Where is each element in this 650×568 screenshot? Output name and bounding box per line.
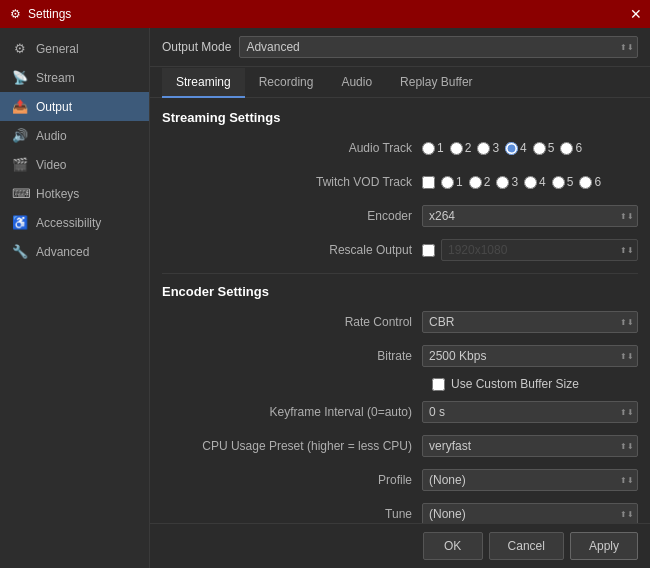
encoder-select[interactable]: x264 NVENC H.264 x265 [422,205,638,227]
audio-track-label: Audio Track [162,141,422,155]
twitch-vod-6-item: 6 [579,175,601,189]
twitch-vod-3-radio[interactable] [496,176,509,189]
sidebar-label-hotkeys: Hotkeys [36,187,79,201]
audio-track-1-item: 1 [422,141,444,155]
settings-icon: ⚙ [8,7,22,21]
tab-replaybuffer[interactable]: Replay Buffer [386,68,487,98]
sidebar-item-output[interactable]: 📤 Output [0,92,149,121]
custom-buffer-row: Use Custom Buffer Size [162,377,638,391]
close-button[interactable]: ✕ [630,7,642,21]
bitrate-select[interactable]: 2500 Kbps 5000 Kbps 8000 Kbps [422,345,638,367]
tune-select[interactable]: (None) film animation grain zerolatency [422,503,638,523]
twitch-vod-track-row: Twitch VOD Track 1 2 3 [162,169,638,195]
sidebar-item-stream[interactable]: 📡 Stream [0,63,149,92]
tab-streaming[interactable]: Streaming [162,68,245,98]
audio-track-row: Audio Track 1 2 3 [162,135,638,161]
audio-track-3-label: 3 [492,141,499,155]
rescale-output-checkbox[interactable] [422,244,435,257]
audio-track-control: 1 2 3 4 5 [422,141,638,155]
hotkeys-icon: ⌨ [12,186,28,201]
audio-track-2-radio[interactable] [450,142,463,155]
cpu-preset-label: CPU Usage Preset (higher = less CPU) [162,439,422,453]
keyframe-interval-select[interactable]: 0 s 1 s 2 s [422,401,638,423]
settings-area: Streaming Settings Audio Track 1 2 3 [150,98,650,523]
keyframe-interval-wrapper: 0 s 1 s 2 s [422,401,638,423]
sidebar-item-video[interactable]: 🎬 Video [0,150,149,179]
twitch-vod-5-item: 5 [552,175,574,189]
rescale-output-row: Rescale Output 1920x1080 1280x720 [162,237,638,263]
twitch-vod-2-radio[interactable] [469,176,482,189]
encoder-label: Encoder [162,209,422,223]
twitch-vod-checkbox[interactable] [422,176,435,189]
profile-select[interactable]: (None) baseline main high [422,469,638,491]
custom-buffer-label: Use Custom Buffer Size [451,377,579,391]
cancel-button[interactable]: Cancel [489,532,564,560]
audio-track-3-radio[interactable] [477,142,490,155]
audio-track-4-item: 4 [505,141,527,155]
divider-1 [162,273,638,274]
profile-label: Profile [162,473,422,487]
cpu-preset-wrapper: ultrafast superfast veryfast faster fast… [422,435,638,457]
sidebar-item-accessibility[interactable]: ♿ Accessibility [0,208,149,237]
cpu-preset-select[interactable]: ultrafast superfast veryfast faster fast… [422,435,638,457]
output-icon: 📤 [12,99,28,114]
audio-track-1-radio[interactable] [422,142,435,155]
tab-audio[interactable]: Audio [327,68,386,98]
output-mode-select[interactable]: Simple Advanced [239,36,638,58]
audio-track-4-radio[interactable] [505,142,518,155]
custom-buffer-checkbox[interactable] [432,378,445,391]
sidebar-item-general[interactable]: ⚙ General [0,34,149,63]
footer: OK Cancel Apply [150,523,650,568]
twitch-vod-5-label: 5 [567,175,574,189]
output-mode-label: Output Mode [162,40,231,54]
twitch-vod-1-radio[interactable] [441,176,454,189]
title-bar: ⚙ Settings ✕ [0,0,650,28]
sidebar-label-video: Video [36,158,66,172]
rate-control-select[interactable]: CBR VBR ABR CRF [422,311,638,333]
tune-wrapper: (None) film animation grain zerolatency [422,503,638,523]
content-panel: Output Mode Simple Advanced Streaming Re… [150,28,650,568]
tab-recording[interactable]: Recording [245,68,328,98]
twitch-vod-1-item: 1 [441,175,463,189]
twitch-vod-3-label: 3 [511,175,518,189]
rate-control-row: Rate Control CBR VBR ABR CRF [162,309,638,335]
twitch-vod-6-radio[interactable] [579,176,592,189]
bitrate-wrapper: 2500 Kbps 5000 Kbps 8000 Kbps [422,345,638,367]
sidebar-item-advanced[interactable]: 🔧 Advanced [0,237,149,266]
twitch-vod-1-label: 1 [456,175,463,189]
audio-track-6-label: 6 [575,141,582,155]
encoder-row: Encoder x264 NVENC H.264 x265 [162,203,638,229]
audio-track-5-radio[interactable] [533,142,546,155]
profile-wrapper: (None) baseline main high [422,469,638,491]
rate-control-wrapper: CBR VBR ABR CRF [422,311,638,333]
twitch-vod-3-item: 3 [496,175,518,189]
output-mode-select-wrapper: Simple Advanced [239,36,638,58]
twitch-vod-4-label: 4 [539,175,546,189]
audio-track-2-item: 2 [450,141,472,155]
audio-track-5-label: 5 [548,141,555,155]
twitch-vod-control: 1 2 3 4 5 [422,175,638,189]
audio-track-1-label: 1 [437,141,444,155]
sidebar-item-audio[interactable]: 🔊 Audio [0,121,149,150]
twitch-vod-5-radio[interactable] [552,176,565,189]
sidebar-item-hotkeys[interactable]: ⌨ Hotkeys [0,179,149,208]
twitch-vod-4-radio[interactable] [524,176,537,189]
audio-icon: 🔊 [12,128,28,143]
audio-track-4-label: 4 [520,141,527,155]
streaming-settings-header: Streaming Settings [162,110,638,125]
sidebar: ⚙ General 📡 Stream 📤 Output 🔊 Audio 🎬 Vi… [0,28,150,568]
ok-button[interactable]: OK [423,532,483,560]
apply-button[interactable]: Apply [570,532,638,560]
accessibility-icon: ♿ [12,215,28,230]
tabs-bar: Streaming Recording Audio Replay Buffer [150,67,650,98]
rescale-output-select[interactable]: 1920x1080 1280x720 [441,239,638,261]
sidebar-label-audio: Audio [36,129,67,143]
keyframe-interval-row: Keyframe Interval (0=auto) 0 s 1 s 2 s [162,399,638,425]
audio-track-6-radio[interactable] [560,142,573,155]
audio-track-3-item: 3 [477,141,499,155]
sidebar-label-stream: Stream [36,71,75,85]
twitch-vod-6-label: 6 [594,175,601,189]
audio-track-2-label: 2 [465,141,472,155]
encoder-settings-header: Encoder Settings [162,284,638,299]
twitch-vod-2-label: 2 [484,175,491,189]
